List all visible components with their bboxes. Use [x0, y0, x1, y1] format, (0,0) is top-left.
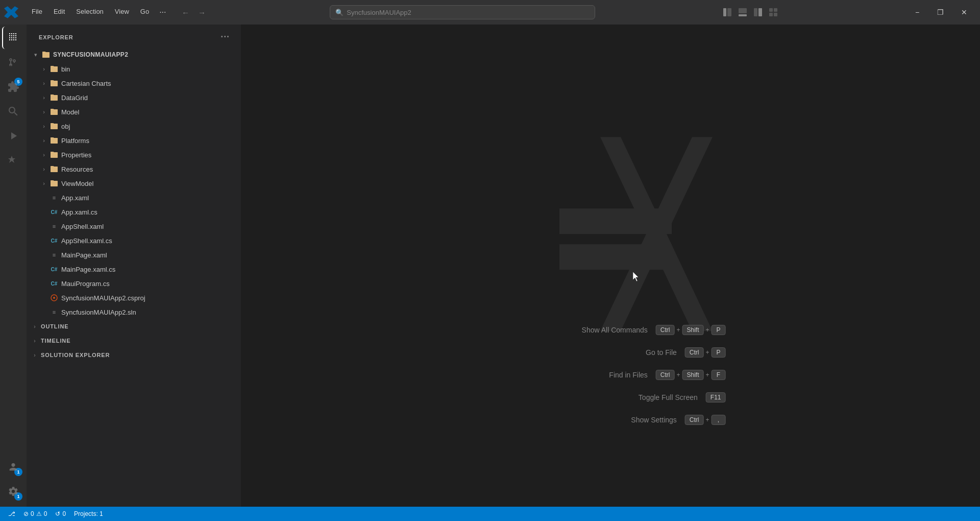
svg-rect-7 [774, 8, 777, 12]
nav-buttons: ← → [178, 5, 209, 19]
panel-layout-button[interactable] [736, 5, 750, 19]
resources-label: Resources [61, 165, 93, 173]
status-branch[interactable]: ⎇ [4, 507, 19, 521]
svg-rect-14 [559, 208, 672, 234]
tree-item-datagrid[interactable]: › DataGrid [27, 90, 241, 105]
command-keys-2: Ctrl + Shift + F [656, 370, 726, 380]
menu-go[interactable]: Go [135, 6, 154, 19]
activity-run[interactable] [2, 125, 24, 147]
menu-view[interactable]: View [110, 6, 134, 19]
app-xaml-cs-label: App.xaml.cs [61, 208, 97, 216]
csproj-label: SyncfusionMAUIApp2.csproj [61, 294, 145, 302]
tree-item-mainpage-xaml-cs[interactable]: › C# MainPage.xaml.cs [27, 262, 241, 276]
root-folder-icon [41, 50, 51, 60]
mauiprogram-label: MauiProgram.cs [61, 280, 110, 288]
model-chevron: › [39, 107, 49, 117]
status-sync[interactable]: ↺ 0 [51, 507, 70, 521]
obj-label: obj [61, 123, 70, 130]
tree-item-obj[interactable]: › obj [27, 119, 241, 133]
tree-item-csproj[interactable]: › SyncfusionMAUIApp2.csproj [27, 291, 241, 305]
key-p-0: P [712, 325, 726, 335]
activity-extensions[interactable]: 5 [2, 76, 24, 98]
sync-count: 0 [62, 510, 66, 517]
cartesian-charts-chevron: › [39, 78, 49, 88]
tree-item-sln[interactable]: › ≡ SyncfusionMAUIApp2.sln [27, 305, 241, 319]
properties-folder-icon [49, 150, 59, 160]
resources-folder-icon [49, 164, 59, 174]
tree-item-resources[interactable]: › Resources [27, 162, 241, 176]
tree-item-app-xaml[interactable]: › ≡ App.xaml [27, 191, 241, 205]
search-bar[interactable]: 🔍 SyncfusionMAUIApp2 [330, 5, 595, 19]
root-label: SYNCFUSIONMAUIAPP2 [53, 51, 128, 58]
timeline-section-header[interactable]: › TIMELINE [27, 334, 241, 348]
app-xaml-icon: ≡ [49, 193, 59, 203]
tree-item-viewmodel[interactable]: › ViewModel [27, 176, 241, 191]
nav-back-button[interactable]: ← [178, 5, 192, 19]
outline-section-header[interactable]: › OUTLINE [27, 319, 241, 334]
key-plus-4a: + [705, 416, 709, 423]
menu-edit[interactable]: Edit [48, 6, 70, 19]
close-button[interactable]: ✕ [952, 4, 976, 20]
activity-bar-bottom: 1 1 [2, 456, 24, 507]
nav-forward-button[interactable]: → [194, 5, 209, 19]
appshell-xaml-icon: ≡ [49, 221, 59, 231]
command-keys-0: Ctrl + Shift + P [656, 325, 726, 335]
appshell-xaml-cs-label: AppShell.xaml.cs [61, 237, 112, 245]
svg-rect-4 [754, 8, 757, 16]
command-label-3: Toggle Full Screen [639, 393, 698, 401]
key-p-1: P [712, 347, 726, 358]
command-row-3: Toggle Full Screen F11 [639, 392, 726, 402]
key-f-2: F [712, 370, 726, 380]
sidebar-layout-button[interactable] [720, 5, 734, 19]
warning-icon: ⚠ [36, 510, 42, 517]
activity-accounts[interactable]: 1 [2, 456, 24, 478]
status-errors[interactable]: ⊘ 0 ⚠ 0 [19, 507, 51, 521]
tree-item-cartesian-charts[interactable]: › Cartesian Charts [27, 76, 241, 90]
platforms-chevron: › [39, 135, 49, 146]
tree-root-item[interactable]: ▾ SYNCFUSIONMAUIAPP2 [27, 48, 241, 62]
tree-item-properties[interactable]: › Properties [27, 148, 241, 162]
tree-item-appshell-xaml-cs[interactable]: › C# AppShell.xaml.cs [27, 233, 241, 248]
solution-explorer-section-header[interactable]: › SOLUTION EXPLORER [27, 348, 241, 362]
split-layout-button[interactable] [751, 5, 765, 19]
sidebar: EXPLORER ··· ▾ SYNCFUSIONMAUIAPP2 › [27, 25, 241, 507]
tree-item-mainpage-xaml[interactable]: › ≡ MainPage.xaml [27, 248, 241, 262]
layout-buttons [720, 5, 780, 19]
tree-item-app-xaml-cs[interactable]: › C# App.xaml.cs [27, 205, 241, 219]
sidebar-more-button[interactable]: ··· [217, 31, 233, 43]
activity-source-control[interactable] [2, 51, 24, 74]
command-center: Show All Commands Ctrl + Shift + P Go to… [582, 325, 726, 425]
key-f11: F11 [706, 392, 726, 402]
grid-layout-button[interactable] [766, 5, 780, 19]
command-row-0: Show All Commands Ctrl + Shift + P [582, 325, 726, 335]
viewmodel-folder-icon [49, 178, 59, 188]
tree-item-model[interactable]: › Model [27, 105, 241, 119]
activity-explorer[interactable] [2, 27, 24, 49]
bin-folder-icon [49, 64, 59, 74]
editor-area: Show All Commands Ctrl + Shift + P Go to… [241, 25, 980, 507]
sln-label: SyncfusionMAUIApp2.sln [61, 309, 136, 316]
menu-more[interactable]: ··· [155, 6, 170, 19]
minimize-button[interactable]: − [905, 4, 929, 20]
file-tree: ▾ SYNCFUSIONMAUIAPP2 › bin › [27, 48, 241, 362]
window-controls: − ❐ ✕ [905, 4, 976, 20]
command-keys-4: Ctrl + , [685, 415, 726, 425]
platforms-label: Platforms [61, 137, 89, 145]
restore-button[interactable]: ❐ [929, 4, 952, 20]
menu-selection[interactable]: Selection [71, 6, 108, 19]
datagrid-chevron: › [39, 92, 49, 103]
activity-settings[interactable]: 1 [2, 480, 24, 503]
status-projects[interactable]: Projects: 1 [70, 507, 107, 521]
tree-item-bin[interactable]: › bin [27, 62, 241, 76]
activity-test[interactable] [2, 149, 24, 172]
svg-rect-0 [723, 8, 726, 16]
cartesian-charts-label: Cartesian Charts [61, 80, 111, 87]
datagrid-folder-icon [49, 92, 59, 103]
key-ctrl-4: Ctrl [685, 415, 704, 425]
menu-file[interactable]: File [27, 6, 47, 19]
tree-item-appshell-xaml[interactable]: › ≡ AppShell.xaml [27, 219, 241, 233]
tree-item-platforms[interactable]: › Platforms [27, 133, 241, 148]
tree-item-mauiprogram[interactable]: › C# MauiProgram.cs [27, 276, 241, 291]
activity-search[interactable] [2, 100, 24, 123]
timeline-chevron: › [31, 337, 39, 345]
